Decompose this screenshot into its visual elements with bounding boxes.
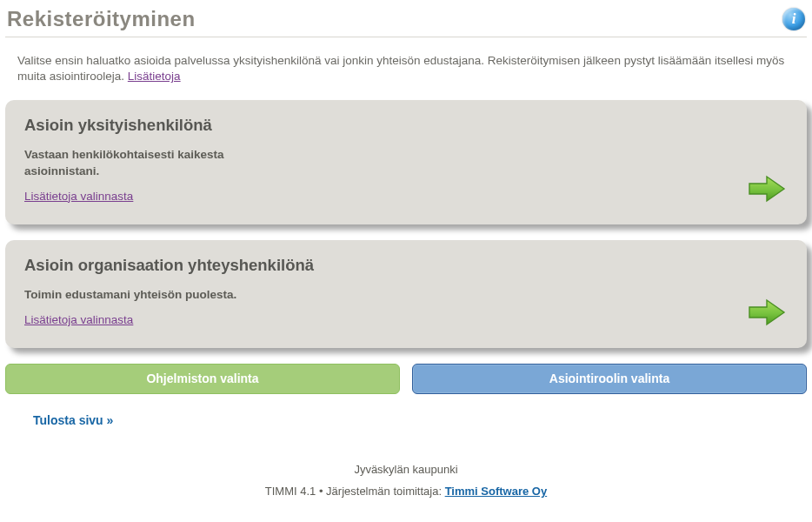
card-subtitle: Vastaan henkilökohtaisesti kaikesta asio… <box>24 147 285 178</box>
arrow-right-icon[interactable] <box>748 298 786 331</box>
card-more-link[interactable]: Lisätietoja valinnasta <box>24 190 133 203</box>
print-page-link[interactable]: Tulosta sivu » <box>5 394 113 427</box>
page-title: Rekisteröityminen <box>7 7 196 31</box>
arrow-right-icon[interactable] <box>748 174 786 207</box>
intro-more-link[interactable]: Lisätietoja <box>128 70 181 83</box>
info-icon[interactable]: i <box>782 8 805 30</box>
footer-line1: Jyväskylän kaupunki <box>5 459 807 481</box>
divider <box>5 37 807 37</box>
card-title: Asioin yksityishenkilönä <box>24 116 788 135</box>
footer-line2-prefix: TIMMI 4.1 • Järjestelmän toimittaja: <box>265 485 445 498</box>
card-subtitle: Toimin edustamani yhteisön puolesta. <box>24 287 285 303</box>
footer: Jyväskylän kaupunki TIMMI 4.1 • Järjeste… <box>5 459 807 502</box>
card-more-link[interactable]: Lisätietoja valinnasta <box>24 313 133 326</box>
role-select-button[interactable]: Asiointiroolin valinta <box>412 364 807 394</box>
button-row: Ohjelmiston valinta Asiointiroolin valin… <box>5 364 807 394</box>
footer-line2: TIMMI 4.1 • Järjestelmän toimittaja: Tim… <box>5 481 807 503</box>
card-title: Asioin organisaation yhteyshenkilönä <box>24 256 788 275</box>
vendor-link[interactable]: Timmi Software Oy <box>445 485 548 498</box>
card-individual[interactable]: Asioin yksityishenkilönä Vastaan henkilö… <box>5 100 807 224</box>
card-organization[interactable]: Asioin organisaation yhteyshenkilönä Toi… <box>5 240 807 348</box>
intro-text: Valitse ensin haluatko asioida palveluss… <box>5 53 807 100</box>
software-select-button[interactable]: Ohjelmiston valinta <box>5 364 400 394</box>
